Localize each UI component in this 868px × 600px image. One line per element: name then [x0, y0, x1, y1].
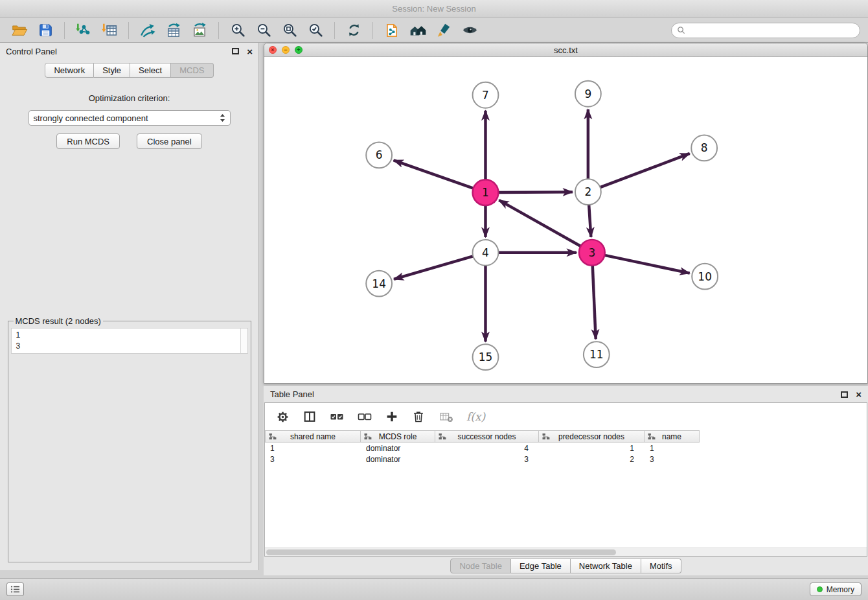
- control-panel-header: Control Panel: [0, 43, 258, 60]
- tab-network[interactable]: Network: [45, 63, 94, 78]
- style-brush-button[interactable]: [432, 20, 455, 41]
- zoom-in-button[interactable]: [226, 20, 249, 41]
- trash-icon: [411, 410, 426, 424]
- network-graph[interactable]: 7968124314101511: [264, 57, 867, 383]
- graph-node-14[interactable]: 14: [366, 271, 392, 297]
- import-table-button[interactable]: [98, 20, 121, 41]
- mcds-result-area[interactable]: 1 3: [11, 328, 248, 354]
- column-header-predecessor-nodes[interactable]: predecessor nodes: [539, 430, 645, 443]
- show-graphics-details-button[interactable]: [458, 20, 481, 41]
- toolbar-separator: [334, 22, 335, 39]
- graph-node-6[interactable]: 6: [366, 142, 392, 168]
- graph-node-1[interactable]: 1: [473, 179, 499, 205]
- result-scrollbar[interactable]: [240, 329, 247, 353]
- toolbar-search[interactable]: [671, 23, 860, 38]
- graph-edge-2-8[interactable]: [600, 154, 689, 187]
- open-network-document-button[interactable]: [380, 20, 404, 41]
- save-session-button[interactable]: [34, 20, 57, 41]
- graph-node-9[interactable]: 9: [575, 81, 601, 107]
- import-network-button[interactable]: [72, 20, 95, 41]
- zoom-fit-button[interactable]: [278, 20, 301, 41]
- criterion-dropdown[interactable]: strongly connected component: [29, 110, 231, 126]
- close-panel-button[interactable]: Close panel: [137, 133, 202, 149]
- search-input[interactable]: [689, 26, 854, 35]
- network-canvas[interactable]: 7968124314101511: [264, 57, 867, 383]
- show-columns-button[interactable]: [303, 410, 317, 424]
- column-icon: [439, 433, 446, 441]
- float-panel-icon[interactable]: [841, 391, 848, 398]
- tab-edge-table[interactable]: Edge Table: [511, 559, 571, 573]
- graph-edge-3-10[interactable]: [604, 255, 689, 273]
- graph-node-4[interactable]: 4: [473, 240, 499, 266]
- close-panel-icon[interactable]: [856, 389, 862, 399]
- create-column-button[interactable]: [385, 410, 399, 424]
- table-row[interactable]: 3 dominator 3 2 3: [265, 454, 867, 465]
- float-panel-icon[interactable]: [232, 48, 239, 54]
- tab-mcds[interactable]: MCDS: [171, 63, 213, 78]
- tab-select[interactable]: Select: [130, 63, 171, 78]
- graph-node-10[interactable]: 10: [692, 264, 718, 290]
- tab-style[interactable]: Style: [94, 63, 130, 78]
- select-all-icon: [329, 409, 345, 424]
- graph-edge-1-6[interactable]: [394, 160, 474, 188]
- column-header-mcds-role[interactable]: MCDS role: [361, 430, 435, 443]
- select-all-rows-button[interactable]: [329, 409, 345, 424]
- mcds-result-text: 1 3: [12, 329, 240, 353]
- zoom-selected-button[interactable]: [304, 20, 327, 41]
- column-header-name[interactable]: name: [645, 430, 700, 443]
- column-header-shared-name[interactable]: shared name: [265, 430, 361, 443]
- memory-button[interactable]: Memory: [810, 583, 862, 596]
- main-toolbar: [0, 18, 868, 43]
- graph-edge-1-2[interactable]: [498, 192, 573, 192]
- cell-name[interactable]: 3: [645, 454, 700, 465]
- table-row[interactable]: 1 dominator 4 1 1: [265, 443, 867, 454]
- tab-node-table[interactable]: Node Table: [450, 559, 511, 573]
- graph-node-8[interactable]: 8: [691, 135, 717, 161]
- export-table-button[interactable]: [162, 20, 185, 41]
- column-icon: [542, 433, 550, 441]
- columns-icon: [303, 410, 317, 424]
- task-history-button[interactable]: [6, 583, 24, 596]
- close-window-icon[interactable]: [269, 46, 277, 54]
- cell-predecessor-nodes[interactable]: 2: [539, 454, 645, 465]
- tab-network-table[interactable]: Network Table: [571, 559, 641, 573]
- zoom-window-icon[interactable]: [295, 46, 303, 54]
- run-mcds-button[interactable]: Run MCDS: [56, 133, 120, 149]
- zoom-out-button[interactable]: [252, 20, 275, 41]
- table-horizontal-scrollbar[interactable]: [265, 548, 867, 556]
- cell-shared-name[interactable]: 3: [265, 454, 361, 465]
- cell-predecessor-nodes[interactable]: 1: [539, 443, 645, 454]
- cell-successor-nodes[interactable]: 3: [435, 454, 539, 465]
- graph-node-7[interactable]: 7: [473, 82, 499, 108]
- cell-mcds-role[interactable]: dominator: [361, 454, 435, 465]
- cell-mcds-role[interactable]: dominator: [361, 443, 435, 454]
- graph-node-2[interactable]: 2: [575, 179, 601, 205]
- tab-motifs[interactable]: Motifs: [641, 559, 681, 573]
- refresh-icon: [346, 22, 362, 38]
- minimize-window-icon[interactable]: [282, 46, 290, 54]
- cell-shared-name[interactable]: 1: [265, 443, 361, 454]
- export-image-button[interactable]: [188, 20, 211, 41]
- graph-node-3[interactable]: 3: [579, 240, 605, 266]
- graph-edge-3-11[interactable]: [593, 266, 596, 340]
- graph-node-11[interactable]: 11: [584, 341, 610, 367]
- graph-node-15[interactable]: 15: [473, 344, 499, 370]
- deselect-all-rows-button[interactable]: [357, 409, 372, 424]
- column-header-successor-nodes[interactable]: successor nodes: [435, 430, 539, 443]
- close-panel-icon[interactable]: [247, 47, 253, 56]
- refresh-button[interactable]: [342, 20, 365, 41]
- cell-successor-nodes[interactable]: 4: [435, 443, 539, 454]
- table-settings-button[interactable]: [275, 410, 290, 424]
- delete-column-button[interactable]: [411, 410, 426, 424]
- graph-edge-3-1[interactable]: [499, 200, 580, 246]
- graph-edge-2-3[interactable]: [589, 205, 591, 237]
- delete-table-button: [438, 410, 454, 424]
- export-network-button[interactable]: [136, 20, 159, 41]
- graph-edge-4-14[interactable]: [394, 256, 473, 279]
- scrollbar-thumb[interactable]: [266, 549, 616, 555]
- import-network-icon: [75, 22, 92, 39]
- mcds-result-line: 3: [16, 341, 236, 352]
- home-button[interactable]: [406, 20, 429, 41]
- cell-name[interactable]: 1: [645, 443, 700, 454]
- open-session-button[interactable]: [8, 20, 31, 41]
